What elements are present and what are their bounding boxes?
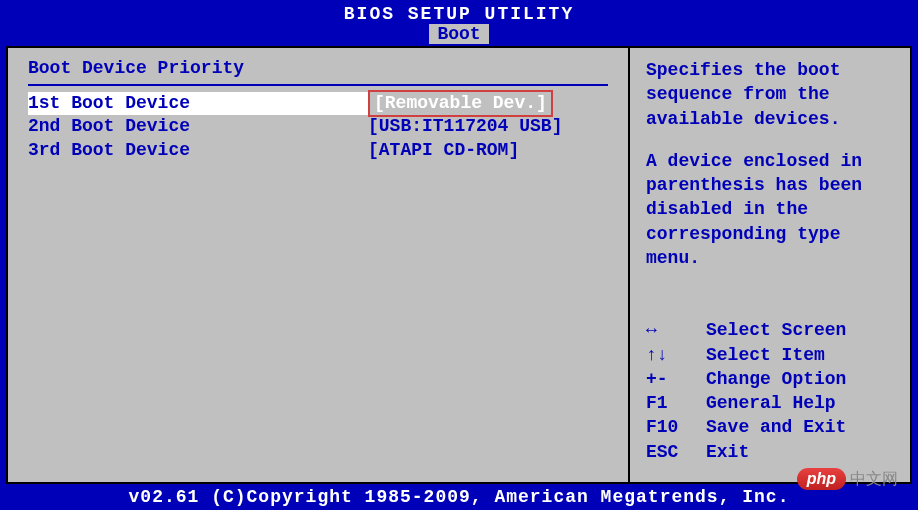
tab-boot[interactable]: Boot: [429, 24, 488, 44]
key-hints: ↔ Select Screen ↑↓ Select Item +- Change…: [646, 318, 894, 464]
key-row: ↔ Select Screen: [646, 318, 894, 342]
key-symbol: F10: [646, 415, 706, 439]
footer: v02.61 (C)Copyright 1985-2009, American …: [0, 484, 918, 510]
key-action: Select Screen: [706, 318, 846, 342]
key-action: General Help: [706, 391, 836, 415]
title-bar: BIOS SETUP UTILITY: [0, 0, 918, 24]
right-panel: Specifies the boot sequence from the ava…: [630, 48, 910, 482]
bios-container: BIOS SETUP UTILITY Boot Boot Device Prio…: [0, 0, 918, 510]
key-action: Exit: [706, 440, 749, 464]
help-text: Specifies the boot sequence from the ava…: [646, 58, 894, 288]
key-action: Change Option: [706, 367, 846, 391]
key-symbol: ↑↓: [646, 343, 706, 367]
boot-item-value: [ATAPI CD-ROM]: [368, 139, 519, 162]
boot-item-label: 2nd Boot Device: [28, 115, 368, 138]
key-symbol: +-: [646, 367, 706, 391]
section-title: Boot Device Priority: [28, 58, 608, 78]
php-badge-icon: php: [797, 468, 846, 490]
key-row: ESC Exit: [646, 440, 894, 464]
boot-item-2[interactable]: 2nd Boot Device [USB:IT117204 USB]: [28, 115, 608, 138]
key-symbol: ESC: [646, 440, 706, 464]
tab-row: Boot: [0, 24, 918, 46]
key-row: +- Change Option: [646, 367, 894, 391]
help-paragraph-1: Specifies the boot sequence from the ava…: [646, 58, 894, 131]
boot-item-value: [Removable Dev.]: [368, 90, 553, 117]
boot-item-label: 1st Boot Device: [28, 92, 368, 115]
watermark: php 中文网: [797, 468, 898, 490]
key-action: Select Item: [706, 343, 825, 367]
boot-item-label: 3rd Boot Device: [28, 139, 368, 162]
boot-item-1[interactable]: 1st Boot Device [Removable Dev.]: [28, 92, 608, 115]
boot-item-3[interactable]: 3rd Boot Device [ATAPI CD-ROM]: [28, 139, 608, 162]
help-paragraph-2: A device enclosed in parenthesis has bee…: [646, 149, 894, 270]
watermark-text: 中文网: [850, 469, 898, 490]
main-area: Boot Device Priority 1st Boot Device [Re…: [6, 46, 912, 484]
key-action: Save and Exit: [706, 415, 846, 439]
key-row: ↑↓ Select Item: [646, 343, 894, 367]
key-row: F1 General Help: [646, 391, 894, 415]
boot-item-value: [USB:IT117204 USB]: [368, 115, 562, 138]
key-symbol: ↔: [646, 318, 706, 342]
key-symbol: F1: [646, 391, 706, 415]
left-panel: Boot Device Priority 1st Boot Device [Re…: [8, 48, 630, 482]
separator: [28, 84, 608, 86]
key-row: F10 Save and Exit: [646, 415, 894, 439]
